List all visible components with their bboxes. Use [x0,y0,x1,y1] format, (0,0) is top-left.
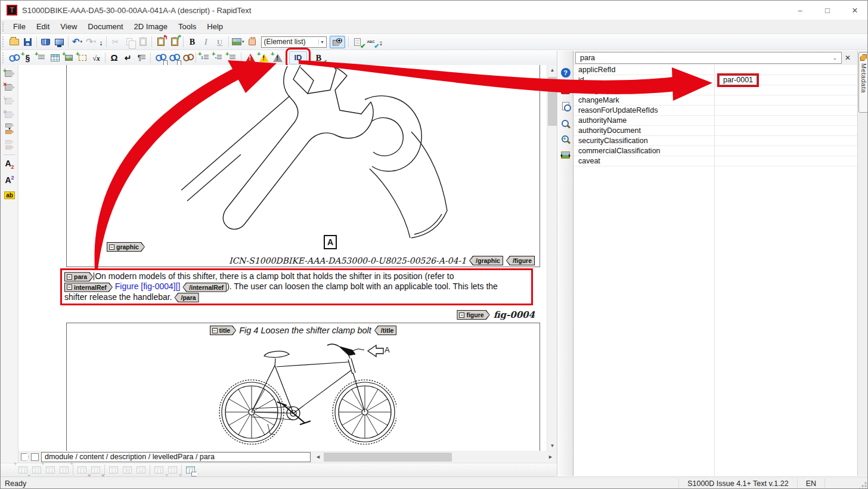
delete-row-icon[interactable] [75,463,89,476]
superscript-icon[interactable]: A2 [2,174,17,186]
select-cell-icon[interactable] [107,463,120,476]
copy-icon[interactable] [122,35,136,48]
attribute-value-field[interactable] [714,146,858,156]
open-icon[interactable] [7,35,21,48]
attribute-value-field[interactable] [714,126,858,135]
dm-ref-icon[interactable] [166,51,180,64]
link-icon[interactable] [7,51,21,64]
hotspot-hand-icon[interactable] [246,35,259,48]
graphic-start-tag[interactable]: graphic [107,242,145,252]
insert-para-icon[interactable] [21,51,35,64]
remove-markup-icon[interactable] [2,109,17,121]
breadcrumb[interactable]: dmodule / content / description / levell… [41,452,311,462]
attribute-value-field[interactable] [714,65,858,75]
insert-bullet-list-icon[interactable]: • [212,51,225,64]
pdf-export-icon[interactable] [559,83,572,95]
horizontal-scrollbar[interactable]: ◄ ► [313,452,556,462]
figure-end-tag[interactable]: /figure [506,256,535,265]
save-icon[interactable] [21,35,35,48]
insert-numbered-list-icon[interactable]: 1 [198,51,212,64]
fit-image-icon[interactable] [559,148,572,161]
document-icon[interactable] [31,453,39,461]
join-element-icon[interactable] [2,138,17,151]
paste-before-icon[interactable]: ↰ [154,35,168,48]
select-col-icon[interactable] [120,463,134,476]
toolbar-overflow-icon[interactable] [98,36,104,47]
close-button[interactable]: ✕ [841,1,868,20]
zoom-icon[interactable] [559,117,572,130]
remove-element-icon[interactable] [2,81,17,94]
paragraph-marks-icon[interactable] [135,51,148,64]
external-ref-icon[interactable] [180,51,194,64]
table-properties-icon[interactable] [166,463,179,476]
element-name-combobox[interactable]: para ⌄ [575,52,842,64]
element-path-icon[interactable] [21,453,29,461]
para-text-line2[interactable]: ). The user can loosen the clamp bolt wi… [227,281,498,291]
attribute-value-field[interactable] [714,116,858,125]
print-preview-icon[interactable] [559,100,572,112]
paste-icon[interactable] [136,35,150,48]
screen-view-icon[interactable] [52,35,66,48]
zoom-in-icon[interactable] [559,133,572,146]
show-tags-toggle[interactable] [328,35,346,48]
scrollbar-thumb[interactable] [324,453,452,462]
insert-hotspot-icon[interactable] [76,51,89,64]
attribute-value-field[interactable] [714,136,858,146]
attribute-value-field[interactable] [714,106,858,115]
para-start-tag[interactable]: para [64,272,93,281]
graphic-end-tag[interactable]: /graphic [469,256,503,265]
subscript-icon[interactable]: A2 [2,158,17,171]
document-editor[interactable]: graphic A ICN-S1000DBIKE-AAA-DA53000-0-U… [18,65,547,451]
para-text-line1[interactable]: On modern models of this shifter, there … [95,271,454,281]
maximize-button[interactable]: □ [814,1,841,20]
tab-metadata[interactable]: Metadata [858,52,868,113]
scroll-right-icon[interactable]: ► [545,452,556,462]
change-element-icon[interactable] [2,95,17,107]
menu-view[interactable]: View [55,20,82,33]
insert-table-icon[interactable] [48,51,62,64]
split-element-icon[interactable]: ▼ [2,122,17,135]
line-break-icon[interactable] [121,51,135,64]
validate-icon[interactable] [351,35,364,48]
cut-icon[interactable] [108,35,122,48]
internal-ref-link[interactable]: Figure [fig-0004][] [115,281,181,291]
scroll-up-icon[interactable]: ▲ [547,65,557,75]
inline-attribute-icon[interactable]: ab [2,189,17,202]
scroll-left-icon[interactable]: ◄ [313,452,323,462]
para-end-tag[interactable]: /para [174,293,199,302]
check-b-icon[interactable] [312,51,326,64]
para-text-line3[interactable]: shifter release the handlebar. [64,292,172,302]
menu-document[interactable]: Document [82,20,128,33]
select-row-icon[interactable] [134,463,148,476]
figure-start-tag[interactable]: figure [457,310,489,320]
italic-button[interactable] [199,35,213,48]
panel-close-icon[interactable]: ✕ [845,54,851,62]
element-list-combobox[interactable]: (Element list)▾ [261,36,327,48]
figure-title-text[interactable]: Fig 4 Loosen the shifter clamp bolt [239,326,371,335]
menu-edit[interactable]: Edit [31,20,55,33]
insert-element-icon[interactable] [2,67,17,80]
table-tag-icon[interactable] [184,463,197,476]
delete-col-icon[interactable] [89,463,103,476]
redo-icon[interactable]: ▾ [84,35,98,48]
title-end-tag[interactable]: /title [374,326,397,335]
help-icon[interactable] [559,66,572,79]
vertical-scrollbar[interactable]: ▲ ▼ [547,65,557,451]
menu-tools[interactable]: Tools [173,20,202,33]
bold-button[interactable] [185,35,199,48]
title-start-tag[interactable]: title [210,326,237,335]
insert-formula-icon[interactable] [89,51,103,64]
id-button[interactable]: ID [289,51,307,64]
book-view-icon[interactable] [39,35,52,48]
insert-note-icon[interactable] [271,51,284,64]
insert-col-right-icon[interactable] [57,463,71,476]
underline-button[interactable] [213,35,227,48]
insert-col-left-icon[interactable] [44,463,57,476]
menu-2d-image[interactable]: 2D Image [129,20,173,33]
menu-file[interactable]: File [8,20,31,33]
scroll-down-icon[interactable]: ▼ [547,441,557,451]
special-character-icon[interactable] [107,51,121,64]
undo-icon[interactable]: ▾ [70,35,84,48]
minimize-button[interactable]: – [786,1,814,20]
insert-image-icon[interactable]: ▾ [231,35,246,48]
